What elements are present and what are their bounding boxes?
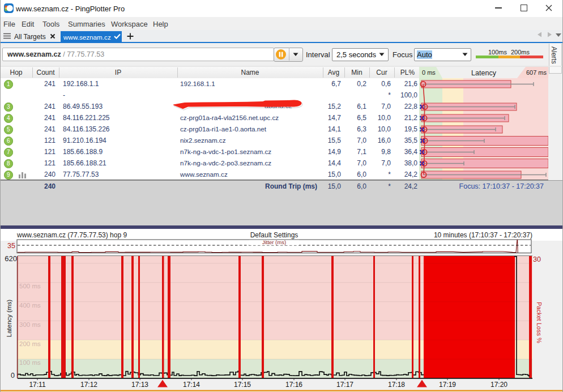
svg-text:30: 30 (533, 255, 541, 263)
svg-text:17:20: 17:20 (491, 381, 507, 389)
svg-text:17:15: 17:15 (234, 381, 251, 389)
svg-text:607 ms: 607 ms (526, 69, 547, 76)
svg-text:300 ms: 300 ms (19, 321, 41, 328)
svg-text:17:17: 17:17 (336, 381, 353, 389)
svg-text:17:19: 17:19 (439, 381, 456, 389)
svg-text:400 ms: 400 ms (19, 302, 41, 309)
svg-text:500 ms: 500 ms (19, 283, 41, 289)
svg-text:Latency (ms): Latency (ms) (6, 300, 12, 338)
svg-text:Latency: Latency (471, 69, 497, 77)
svg-text:17:14: 17:14 (183, 381, 200, 389)
svg-text:17:11: 17:11 (29, 381, 45, 389)
svg-text:17:18: 17:18 (388, 381, 405, 389)
svg-text:620: 620 (5, 254, 17, 263)
svg-text:Jitter (ms): Jitter (ms) (262, 239, 286, 245)
svg-text:100 ms: 100 ms (19, 359, 41, 366)
svg-text:35: 35 (7, 242, 15, 250)
svg-text:200 ms: 200 ms (19, 340, 41, 347)
svg-text:0: 0 (11, 372, 15, 380)
svg-text:17:13: 17:13 (131, 381, 148, 389)
svg-text:17:16: 17:16 (285, 381, 302, 389)
svg-text:17:12: 17:12 (80, 381, 97, 389)
svg-text:Packet Loss %: Packet Loss % (536, 302, 543, 343)
svg-text:0 ms: 0 ms (422, 69, 436, 76)
